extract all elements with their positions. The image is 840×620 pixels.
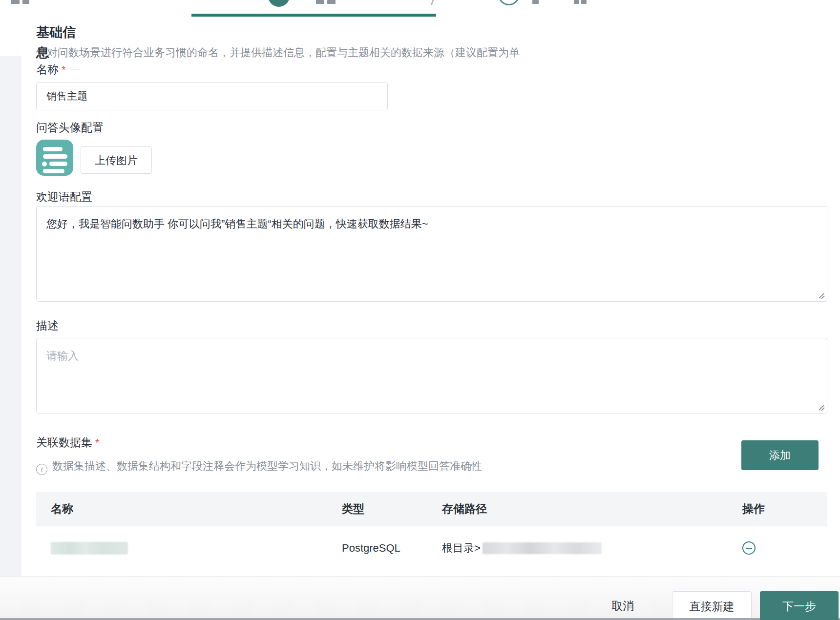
name-label-text: 名称 (36, 63, 59, 76)
dataset-type-cell: PostgreSQL (342, 526, 400, 570)
column-header-path: 存储路径 (442, 492, 487, 526)
avatar-dot (42, 162, 47, 166)
path-prefix-text: 根目录> (442, 541, 481, 556)
dataset-table: 名称 类型 存储路径 操作 PostgreSQL 根目录> (36, 492, 827, 570)
column-header-action: 操作 (742, 492, 765, 526)
step-1-active-icon (268, 0, 290, 7)
step-2-label-fragment (581, 0, 587, 4)
description-textarea[interactable] (36, 338, 827, 413)
column-header-name: 名称 (51, 492, 73, 526)
dataset-action-cell (742, 526, 756, 570)
qa-avatar-icon (36, 140, 73, 176)
dataset-label-text: 关联数据集 (36, 436, 92, 449)
step-separator (431, 0, 435, 5)
header-text-fragment (11, 0, 20, 4)
create-qa-topic-dialog: 基础信息 针对问数场景进行符合业务习惯的命名，并提供描述信息，配置与主题相关的数… (0, 0, 840, 620)
remove-dataset-icon[interactable] (742, 541, 756, 555)
table-header-row: 名称 类型 存储路径 操作 (36, 492, 827, 526)
dialog-footer: 取消 直接新建 下一步 (0, 576, 840, 620)
column-header-type: 类型 (342, 492, 364, 526)
active-tab-underline (191, 14, 436, 17)
required-asterisk: * (95, 436, 100, 449)
redacted-blur (483, 542, 602, 554)
dataset-hint-row: i数据集描述、数据集结构和字段注释会作为模型学习知识，如未维护将影响模型回答准确… (36, 459, 482, 475)
section-description: 针对问数场景进行符合业务习惯的命名，并提供描述信息，配置与主题相关的数据来源（建… (36, 42, 525, 69)
step-2-icon (498, 0, 520, 5)
dataset-name-cell (51, 526, 128, 570)
name-field-label: 名称* (36, 62, 66, 77)
create-directly-button[interactable]: 直接新建 (672, 591, 752, 620)
cancel-button[interactable]: 取消 (601, 591, 645, 620)
section-title: 基础信息 (36, 22, 85, 63)
dataset-field-label: 关联数据集* (36, 435, 100, 450)
dataset-path-cell: 根目录> (442, 526, 602, 570)
page-background-gutter (0, 56, 21, 577)
welcome-textarea[interactable]: 您好，我是智能问数助手 你可以问我”销售主题“相关的问题，快速获取数据结果~ (36, 206, 827, 302)
step-1-label-fragment (316, 0, 324, 4)
dataset-hint-text: 数据集描述、数据集结构和字段注释会作为模型学习知识，如未维护将影响模型回答准确性 (52, 460, 482, 472)
name-input[interactable] (36, 82, 388, 110)
avatar-line (49, 162, 67, 166)
table-row: PostgreSQL 根目录> (36, 526, 827, 570)
step-2-label-fragment (574, 0, 579, 4)
welcome-field-label: 欢迎语配置 (36, 189, 92, 205)
avatar-field-label: 问答头像配置 (36, 120, 104, 135)
step-1-label-fragment (327, 0, 336, 4)
window-bottom-edge (0, 618, 840, 620)
redacted-blur (51, 542, 128, 555)
add-dataset-button[interactable]: 添加 (741, 440, 819, 470)
header-text-fragment (22, 0, 29, 4)
resize-handle-icon[interactable] (818, 404, 825, 412)
upload-image-button[interactable]: 上传图片 (81, 146, 152, 174)
required-asterisk: * (62, 63, 66, 76)
info-icon: i (36, 464, 47, 475)
next-step-button[interactable]: 下一步 (760, 591, 839, 620)
avatar-line (43, 169, 64, 173)
avatar-line (43, 147, 63, 151)
step-2-label-fragment (532, 0, 539, 4)
resize-handle-icon[interactable] (818, 292, 825, 300)
desc-field-label: 描述 (36, 318, 59, 333)
avatar-line (43, 154, 67, 159)
